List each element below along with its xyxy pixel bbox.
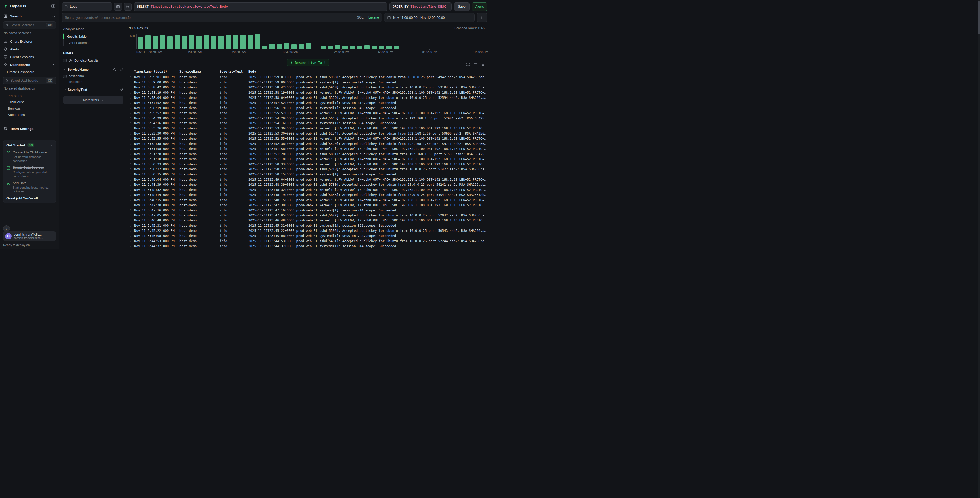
row-expand-icon[interactable]: [130, 184, 132, 186]
chart-bar[interactable]: [269, 44, 275, 49]
row-expand-icon[interactable]: [130, 168, 132, 171]
log-row[interactable]: Nov 11 5:55:57.000 PMhost-demoinfo2025-1…: [127, 110, 488, 115]
chart-bar[interactable]: [335, 45, 340, 49]
row-expand-icon[interactable]: [130, 209, 132, 211]
chart-bar[interactable]: [357, 46, 362, 49]
source-select[interactable]: Logs: [62, 2, 112, 11]
chart-bar[interactable]: [372, 46, 377, 49]
sidebar-item-team-settings[interactable]: Team Settings: [3, 125, 56, 132]
run-search-button[interactable]: [477, 13, 487, 22]
row-expand-icon[interactable]: [130, 127, 132, 130]
row-expand-icon[interactable]: [130, 239, 132, 242]
row-expand-icon[interactable]: [130, 199, 132, 201]
row-expand-icon[interactable]: [130, 137, 132, 140]
analysis-mode-results-table[interactable]: Results Table: [64, 33, 123, 40]
row-expand-icon[interactable]: [130, 132, 132, 135]
row-expand-icon[interactable]: [130, 193, 132, 196]
log-row[interactable]: Nov 11 5:44:53.000 PMhost-demoinfo2025-1…: [127, 238, 488, 244]
facet-pin-icon[interactable]: [120, 88, 123, 91]
sidebar-collapse-icon[interactable]: [51, 4, 55, 8]
saved-dashboards-input[interactable]: Saved Dashboards ⌘K: [3, 77, 56, 85]
chevron-up-icon[interactable]: [49, 144, 52, 147]
preset-clickhouse[interactable]: ClickHouse: [3, 99, 56, 105]
facet-search-icon[interactable]: [113, 68, 116, 71]
sidebar-item-chart-explorer[interactable]: Chart Explorer: [3, 38, 56, 45]
event-search-input[interactable]: Search your events w/ Lucene ex. column:…: [62, 13, 382, 22]
log-row[interactable]: Nov 11 5:59:01.000 PMhost-demoinfo2025-1…: [127, 75, 488, 80]
log-row[interactable]: Nov 11 5:47:16.000 PMhost-demoinfo2025-1…: [127, 208, 488, 213]
chart-bar[interactable]: [379, 46, 384, 49]
log-row[interactable]: Nov 11 5:45:22.000 PMhost-demoinfo2025-1…: [127, 228, 488, 233]
get-started-item[interactable]: Connect to ClickHouseSet up your databas…: [6, 150, 52, 163]
sidebar-section-dashboards[interactable]: Dashboards: [3, 61, 56, 69]
row-expand-icon[interactable]: [130, 245, 132, 247]
chart-bar[interactable]: [306, 43, 311, 49]
histogram-plot[interactable]: [136, 35, 488, 49]
log-row[interactable]: Nov 11 5:51:58.000 PMhost-demoinfo2025-1…: [127, 146, 488, 151]
facet-servicename-header[interactable]: ServiceName: [63, 68, 123, 72]
row-expand-icon[interactable]: [130, 86, 132, 89]
chart-bar[interactable]: [196, 36, 202, 49]
chart-bar[interactable]: [350, 46, 355, 49]
row-expand-icon[interactable]: [130, 235, 132, 237]
row-expand-icon[interactable]: [130, 81, 132, 84]
chart-bar[interactable]: [394, 46, 399, 49]
mode-lucene-toggle[interactable]: Lucene: [368, 16, 379, 19]
date-range-picker[interactable]: Nov 11 00:00:00 - Nov 12 00:00:00: [384, 13, 474, 22]
column-header-body[interactable]: Body: [248, 69, 488, 73]
chart-bar[interactable]: [204, 35, 209, 49]
chart-bar[interactable]: [328, 46, 333, 49]
log-row[interactable]: Nov 11 5:58:04.000 PMhost-demoinfo2025-1…: [127, 95, 488, 100]
edit-source-button[interactable]: [114, 3, 122, 11]
create-dashboard-button[interactable]: + Create Dashboard: [3, 69, 56, 75]
log-row[interactable]: Nov 11 5:47:05.000 PMhost-demoinfo2025-1…: [127, 213, 488, 218]
row-expand-icon[interactable]: [130, 147, 132, 150]
chart-bar[interactable]: [240, 35, 245, 49]
chart-bar[interactable]: [364, 45, 369, 49]
column-resize-handle[interactable]: [216, 70, 216, 73]
expand-icon[interactable]: [466, 62, 470, 66]
row-expand-icon[interactable]: [130, 117, 132, 119]
row-expand-icon[interactable]: [130, 204, 132, 206]
chart-bar[interactable]: [153, 36, 158, 49]
row-expand-icon[interactable]: [130, 76, 132, 78]
chart-bar[interactable]: [284, 43, 289, 49]
log-row[interactable]: Nov 11 5:45:31.000 PMhost-demoinfo2025-1…: [127, 223, 488, 228]
chart-bar[interactable]: [182, 36, 187, 49]
log-row[interactable]: Nov 11 5:46:48.000 PMhost-demoinfo2025-1…: [127, 218, 488, 223]
resume-live-tail-button[interactable]: Resume Live Tail: [286, 59, 329, 66]
load-more-button[interactable]: Load more: [63, 79, 123, 84]
chart-bar[interactable]: [145, 35, 150, 49]
chart-bar[interactable]: [167, 36, 172, 49]
log-row[interactable]: Nov 11 5:58:42.000 PMhost-demoinfo2025-1…: [127, 85, 488, 90]
log-row[interactable]: Nov 11 5:54:16.000 PMhost-demoinfo2025-1…: [127, 121, 488, 126]
log-row[interactable]: Nov 11 5:59:00.000 PMhost-demoinfo2025-1…: [127, 80, 488, 85]
row-expand-icon[interactable]: [130, 96, 132, 99]
log-row[interactable]: Nov 11 5:50:33.000 PMhost-demoinfo2025-1…: [127, 161, 488, 167]
log-row[interactable]: Nov 11 5:53:30.000 PMhost-demoinfo2025-1…: [127, 131, 488, 136]
chart-bar[interactable]: [277, 44, 282, 49]
log-row[interactable]: Nov 11 5:44:37.000 PMhost-demoinfo2025-1…: [127, 243, 488, 249]
column-settings-icon[interactable]: [474, 62, 477, 66]
row-expand-icon[interactable]: [130, 91, 132, 94]
log-row[interactable]: Nov 11 5:51:18.000 PMhost-demoinfo2025-1…: [127, 156, 488, 161]
saved-searches-input[interactable]: Saved Searches ⌘K: [3, 21, 56, 29]
facet-severitytext-header[interactable]: SeverityText: [63, 88, 123, 92]
log-row[interactable]: Nov 11 5:58:19.000 PMhost-demoinfo2025-1…: [127, 90, 488, 95]
log-row[interactable]: Nov 11 5:48:15.000 PMhost-demoinfo2025-1…: [127, 197, 488, 203]
column-header-ts[interactable]: Timestamp (Local): [134, 69, 180, 73]
sidebar-item-client-sessions[interactable]: Client Sessions: [3, 53, 56, 61]
log-row[interactable]: Nov 11 5:51:28.000 PMhost-demoinfo2025-1…: [127, 151, 488, 156]
log-row[interactable]: Nov 11 5:48:32.000 PMhost-demoinfo2025-1…: [127, 187, 488, 192]
analysis-mode-event-patterns[interactable]: Event Patterns: [64, 40, 123, 46]
row-expand-icon[interactable]: [130, 188, 132, 191]
chart-bar[interactable]: [386, 46, 391, 49]
row-expand-icon[interactable]: [130, 163, 132, 165]
chart-bar[interactable]: [189, 35, 194, 49]
chevron-up-icon[interactable]: [52, 15, 55, 18]
row-expand-icon[interactable]: [130, 122, 132, 124]
sidebar-section-search[interactable]: Search: [3, 12, 56, 20]
select-clause-input[interactable]: SELECT Timestamp,ServiceName,SeverityTex…: [134, 2, 387, 11]
row-expand-icon[interactable]: [130, 158, 132, 160]
row-expand-icon[interactable]: [130, 214, 132, 217]
